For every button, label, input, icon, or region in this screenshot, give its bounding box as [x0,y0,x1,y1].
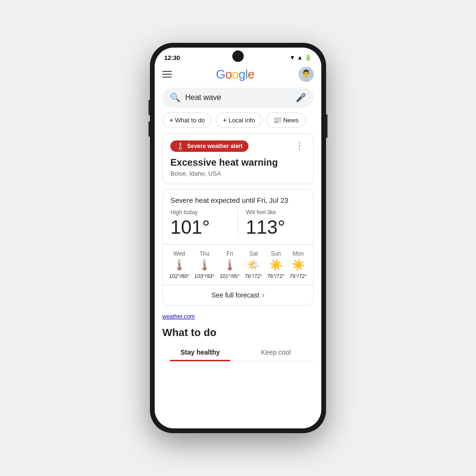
vol-down-button [149,121,150,137]
weather-card: Severe heat expected until Fri, Jul 23 H… [162,189,314,306]
forecast-sun: Sun ☀️ 76°/72° [267,250,284,279]
vol-up-button [149,100,150,115]
filter-chips: + What to do + Local info 📰 News [155,112,321,133]
menu-button[interactable] [162,71,172,78]
logo-o2: o [232,67,238,81]
forecast-fri: Fri 🌡️ 101°/95° [219,250,239,279]
high-today-value: 101° [170,217,230,238]
forecast-row: Wed 🌡️ 102°/80° Thu 🌡️ 103°/93° Fri 🌡️ 1… [163,245,313,285]
forecast-mon: Mon ☀️ 76°/72° [289,250,307,279]
phone-frame: 12:30 ▼ ▲ 🔋 Google 👨‍⚕️ [150,43,326,433]
alert-card: 🌡️ Severe weather alert Excessive heat w… [162,133,314,184]
avatar-emoji: 👨‍⚕️ [301,69,311,79]
tab-stay-healthy[interactable]: Stay healthy [162,344,238,361]
feels-like-value: 113° [246,217,306,238]
high-today-col: High today 101° [170,209,238,238]
chip-news-icon: 📰 [273,116,281,124]
forecast-sat-label: Sat [249,250,258,257]
logo-o1: o [225,67,232,81]
forecast-wed-label: Wed [173,250,185,257]
search-query: Heat wave [185,93,291,102]
high-today-label: High today [170,209,230,216]
chip-local-info[interactable]: + Local info [216,112,262,128]
wifi-icon: ▼ [289,54,295,61]
forecast-wed: Wed 🌡️ 102°/80° [169,250,189,279]
forecast-sat-temp: 76°/72° [245,273,262,279]
weather-source-link[interactable]: weather.com [155,310,321,325]
sub-tabs: Stay healthy Keep cool [162,344,314,361]
chip-label-3: News [283,117,299,124]
chip-plus-2: + [223,117,227,124]
forecast-thu-icon: 🌡️ [198,259,211,271]
chip-label-1: What to do [175,117,205,124]
see-full-forecast-button[interactable]: See full forecast › [163,285,313,305]
what-to-do-title: What to do [162,325,314,339]
alert-content: 🌡️ Severe weather alert Excessive heat w… [170,140,278,177]
search-icon: 🔍 [170,92,180,103]
phone-screen: 12:30 ▼ ▲ 🔋 Google 👨‍⚕️ [155,48,321,428]
signal-icon: ▲ [297,54,303,61]
logo-e: e [248,67,254,81]
tab-keep-cool[interactable]: Keep cool [238,344,314,361]
alert-thermo-icon: 🌡️ [176,142,184,150]
chip-what-to-do[interactable]: + What to do [162,112,212,128]
forecast-wed-icon: 🌡️ [173,259,186,271]
forecast-wed-temp: 102°/80° [169,273,189,279]
forecast-sun-label: Sun [271,250,281,257]
battery-icon: 🔋 [305,54,312,61]
status-time: 12:30 [164,54,180,61]
forecast-mon-temp: 76°/72° [289,273,307,279]
mic-icon[interactable]: 🎤 [296,92,306,103]
forecast-btn-label: See full forecast [211,291,259,299]
google-logo: Google [216,67,255,82]
more-options-button[interactable]: ⋮ [293,140,306,151]
forecast-sun-icon: ☀️ [269,259,282,271]
forecast-thu-label: Thu [199,250,209,257]
forecast-thu-temp: 103°/93° [194,273,214,279]
phone-content[interactable]: Google 👨‍⚕️ 🔍 Heat wave 🎤 + What to do [155,63,321,428]
forecast-sat-icon: 🌤️ [247,259,260,271]
chevron-right-icon: › [262,291,265,299]
temperature-row: High today 101° Will feel like 113° [163,209,313,245]
google-header: Google 👨‍⚕️ [155,63,321,86]
forecast-sun-temp: 76°/72° [267,273,284,279]
forecast-fri-label: Fri [227,250,233,257]
power-button [326,114,327,138]
forecast-mon-label: Mon [293,250,304,257]
chip-news[interactable]: 📰 News [266,112,306,128]
forecast-sat: Sat 🌤️ 76°/72° [245,250,262,279]
alert-badge: 🌡️ Severe weather alert [170,140,248,152]
status-icons: ▼ ▲ 🔋 [289,54,312,61]
forecast-thu: Thu 🌡️ 103°/93° [194,250,214,279]
tab-stay-healthy-label: Stay healthy [180,348,219,356]
alert-badge-text: Severe weather alert [187,143,243,149]
what-to-do-section: What to do Stay healthy Keep cool [162,325,314,361]
avatar[interactable]: 👨‍⚕️ [298,67,314,82]
chip-plus-1: + [169,117,173,124]
warning-title: Excessive heat warning [170,157,278,168]
forecast-fri-icon: 🌡️ [223,259,236,271]
chip-label-2: Local info [228,117,255,124]
feels-like-col: Will feel like 113° [238,209,306,238]
tab-keep-cool-label: Keep cool [261,348,290,356]
heat-expected-text: Severe heat expected until Fri, Jul 23 [163,189,313,209]
feels-like-label: Will feel like [246,209,306,216]
forecast-fri-temp: 101°/95° [219,273,239,279]
warning-location: Boise, Idaho, USA [170,170,278,177]
search-bar[interactable]: 🔍 Heat wave 🎤 [162,88,314,108]
logo-g2: g [238,67,245,81]
logo-g: G [216,67,226,81]
forecast-mon-icon: ☀️ [292,259,305,271]
alert-card-header: 🌡️ Severe weather alert Excessive heat w… [170,140,306,177]
camera-notch [232,50,244,62]
